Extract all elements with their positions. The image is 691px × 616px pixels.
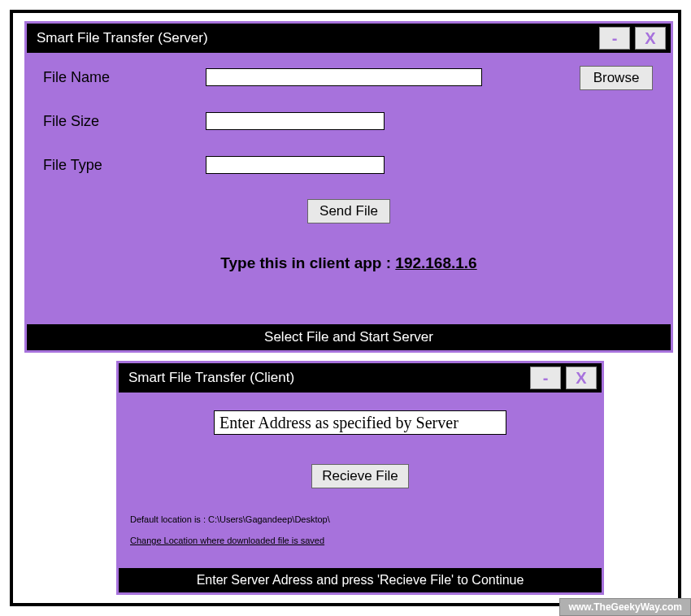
server-title: Smart File Transfer (Server)	[37, 30, 208, 46]
client-statusbar: Enter Server Adress and press 'Recieve F…	[119, 568, 602, 592]
ip-address: 192.168.1.6	[395, 254, 476, 271]
outer-frame: Smart File Transfer (Server) - X File Na…	[10, 10, 681, 606]
ip-instruction: Type this in client app : 192.168.1.6	[43, 254, 654, 272]
client-body: Recieve File Default location is : C:\Us…	[119, 393, 602, 566]
minimize-button[interactable]: -	[530, 367, 561, 389]
recieve-file-button[interactable]: Recieve File	[311, 464, 409, 488]
send-file-button[interactable]: Send File	[307, 199, 390, 223]
close-button[interactable]: X	[566, 367, 597, 389]
server-status-text: Select File and Start Server	[264, 329, 433, 345]
filetype-label: File Type	[43, 157, 206, 174]
client-status-text: Enter Server Adress and press 'Recieve F…	[197, 573, 524, 588]
server-statusbar: Select File and Start Server	[27, 324, 671, 350]
filesize-row: File Size	[43, 111, 654, 131]
filetype-row: File Type	[43, 155, 654, 175]
client-title: Smart File Transfer (Client)	[128, 370, 294, 386]
send-row: Send File	[43, 199, 654, 223]
client-titlebar: Smart File Transfer (Client) - X	[119, 363, 602, 393]
address-row	[128, 410, 592, 435]
filesize-label: File Size	[43, 113, 206, 130]
client-window: Smart File Transfer (Client) - X Recieve…	[116, 361, 604, 595]
close-button[interactable]: X	[635, 27, 666, 50]
filesize-input[interactable]	[206, 112, 385, 130]
filename-input[interactable]	[206, 68, 482, 86]
recieve-row: Recieve File	[128, 464, 592, 488]
minimize-button[interactable]: -	[599, 27, 630, 50]
server-titlebar: Smart File Transfer (Server) - X	[27, 24, 671, 53]
change-location-link[interactable]: Change Location where downloaded file is…	[130, 536, 324, 545]
default-location-text: Default location is : C:\Users\Gagandeep…	[130, 514, 592, 524]
browse-button[interactable]: Browse	[580, 66, 653, 90]
address-input[interactable]	[214, 410, 506, 435]
server-title-buttons: - X	[599, 27, 666, 50]
client-title-buttons: - X	[530, 367, 597, 389]
filename-label: File Name	[43, 69, 206, 86]
watermark: www.TheGeekyWay.com	[559, 598, 691, 616]
server-window: Smart File Transfer (Server) - X File Na…	[24, 21, 673, 353]
ip-instruction-prefix: Type this in client app :	[220, 254, 395, 271]
server-body: File Name Browse File Size File Type Sen…	[27, 53, 671, 321]
filetype-input[interactable]	[206, 156, 385, 174]
filename-row: File Name	[43, 67, 654, 87]
